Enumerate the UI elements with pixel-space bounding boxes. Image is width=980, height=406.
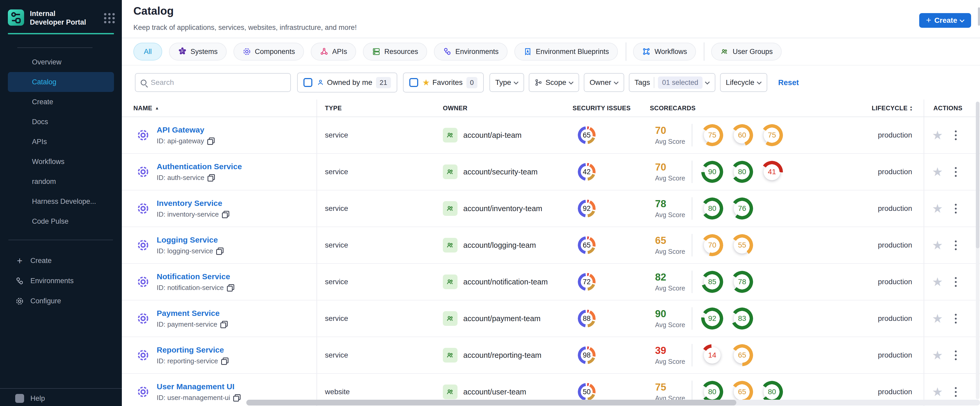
sidebar-item-harness-develope-[interactable]: Harness Develope... (8, 192, 114, 211)
tab-environments[interactable]: Environments (434, 43, 508, 60)
scorecard-ring[interactable]: 78 (731, 271, 753, 293)
security-issues-value: 42 (578, 163, 596, 181)
sidebar-item-create[interactable]: Create (8, 92, 114, 112)
favorite-star-icon[interactable]: ★ (932, 165, 943, 179)
entity-name-link[interactable]: User Management UI (157, 382, 234, 391)
tab-workflows[interactable]: Workflows (633, 43, 696, 60)
entity-name-link[interactable]: Authentication Service (157, 162, 242, 171)
favorite-star-icon[interactable]: ★ (932, 128, 943, 142)
sidebar-item-help[interactable]: Help (0, 389, 122, 403)
scorecard-ring[interactable]: 92 (701, 308, 723, 330)
scorecard-ring[interactable]: 75 (701, 124, 723, 146)
row-menu-icon[interactable] (955, 203, 957, 214)
entity-name-link[interactable]: Reporting Service (157, 346, 224, 354)
copy-icon[interactable] (227, 284, 234, 291)
scorecard-ring[interactable]: 90 (701, 161, 723, 183)
copy-icon[interactable] (216, 247, 223, 254)
entity-name-link[interactable]: Notification Service (157, 272, 230, 281)
scorecard-ring[interactable]: 70 (701, 234, 723, 256)
scorecard-ring[interactable]: 14 (701, 344, 723, 366)
scorecard-ring[interactable]: 75 (761, 124, 783, 146)
owner-filter-dropdown[interactable]: Owner (584, 73, 624, 92)
scorecard-ring[interactable]: 80 (701, 198, 723, 219)
tab-user-groups[interactable]: User Groups (711, 43, 782, 60)
window-scrollbar[interactable] (978, 7, 980, 26)
type-filter-dropdown[interactable]: Type (490, 73, 524, 92)
table-row[interactable]: Authentication Service ID: auth-service … (122, 154, 980, 190)
copy-icon[interactable] (221, 358, 228, 364)
favorites-filter[interactable]: ★ Favorites 0 (403, 73, 484, 92)
row-menu-icon[interactable] (955, 386, 957, 398)
row-menu-icon[interactable] (955, 313, 957, 325)
sidebar-item-random[interactable]: random (8, 171, 114, 192)
tab-environment-blueprints[interactable]: Environment Blueprints (514, 43, 618, 60)
scorecard-ring[interactable]: 55 (731, 234, 753, 256)
favorite-star-icon[interactable]: ★ (932, 311, 943, 325)
column-header-name[interactable]: NAME▲ (122, 100, 317, 117)
row-menu-icon[interactable] (955, 239, 957, 251)
app-switcher-icon[interactable] (104, 13, 115, 23)
entity-name-link[interactable]: Payment Service (157, 309, 220, 317)
component-gear-icon (136, 385, 150, 399)
create-button[interactable]: + Create (919, 13, 971, 28)
favorite-star-icon[interactable]: ★ (932, 201, 943, 216)
table-row[interactable]: Logging Service ID: logging-service serv… (122, 227, 980, 264)
sidebar-item-code-pulse[interactable]: Code Pulse (8, 211, 114, 231)
sidebar-item-workflows[interactable]: Workflows (8, 152, 114, 171)
scrollbar-thumb[interactable] (976, 102, 980, 248)
tab-components[interactable]: Components (234, 43, 304, 60)
row-menu-icon[interactable] (955, 349, 957, 361)
column-header-lifecycle[interactable]: LIFECYCLE▴▾ (870, 100, 924, 117)
row-menu-icon[interactable] (955, 276, 957, 288)
table-row[interactable]: API Gateway ID: api-gateway service acco… (122, 117, 980, 154)
owned-by-me-checkbox[interactable] (304, 78, 312, 87)
owned-by-me-filter[interactable]: Owned by me 21 (297, 73, 397, 92)
sidebar-item-catalog[interactable]: Catalog (8, 72, 114, 92)
copy-icon[interactable] (220, 321, 227, 328)
table-row[interactable]: Inventory Service ID: inventory-service … (122, 190, 980, 227)
favorite-star-icon[interactable]: ★ (932, 385, 943, 399)
sidebar-item-apis[interactable]: APIs (8, 132, 114, 152)
favorite-star-icon[interactable]: ★ (932, 238, 943, 252)
table-row[interactable]: Notification Service ID: notification-se… (122, 264, 980, 300)
sidebar-item-environments[interactable]: Environments (0, 271, 122, 291)
copy-icon[interactable] (233, 394, 240, 401)
scorecard-ring[interactable]: 76 (731, 198, 753, 219)
favorite-star-icon[interactable]: ★ (932, 348, 943, 362)
sidebar-item-configure[interactable]: Configure (0, 291, 122, 311)
scorecard-ring[interactable]: 85 (701, 271, 723, 293)
scorecard-ring[interactable]: 83 (731, 308, 753, 330)
tab-resources[interactable]: Resources (363, 43, 427, 60)
table-row[interactable]: Reporting Service ID: reporting-service … (122, 337, 980, 374)
scope-filter-dropdown[interactable]: Scope (529, 73, 579, 92)
scorecard-ring[interactable]: 65 (731, 344, 753, 366)
lifecycle-filter-dropdown[interactable]: Lifecycle (720, 73, 767, 92)
row-menu-icon[interactable] (955, 129, 957, 141)
entity-name-link[interactable]: Logging Service (157, 235, 218, 244)
scorecard-ring[interactable]: 60 (731, 124, 753, 146)
table-row[interactable]: Payment Service ID: payment-service serv… (122, 300, 980, 337)
tab-systems[interactable]: Systems (169, 43, 227, 60)
copy-icon[interactable] (207, 138, 214, 144)
copy-icon[interactable] (208, 174, 214, 181)
tags-filter-dropdown[interactable]: Tags 01 selected (629, 73, 715, 92)
scrollbar-thumb[interactable] (246, 400, 736, 406)
sidebar-item-create[interactable]: +Create (0, 251, 122, 271)
sidebar-item-docs[interactable]: Docs (8, 112, 114, 132)
reset-filters-link[interactable]: Reset (778, 78, 799, 87)
search-box[interactable] (135, 73, 291, 92)
entity-name-link[interactable]: Inventory Service (157, 199, 222, 208)
entity-name-link[interactable]: API Gateway (157, 125, 204, 134)
scorecard-ring[interactable]: 41 (761, 161, 783, 183)
favorite-star-icon[interactable]: ★ (932, 275, 943, 289)
search-input[interactable] (151, 78, 285, 87)
tab-all[interactable]: All (134, 43, 162, 60)
favorites-checkbox[interactable] (409, 78, 418, 87)
tab-apis[interactable]: APIs (311, 43, 356, 60)
sidebar-item-overview[interactable]: Overview (8, 52, 114, 72)
vertical-scrollbar[interactable] (976, 102, 980, 399)
copy-icon[interactable] (222, 211, 229, 218)
row-menu-icon[interactable] (955, 166, 957, 178)
horizontal-scrollbar[interactable] (246, 400, 980, 406)
scorecard-ring[interactable]: 80 (731, 161, 753, 183)
